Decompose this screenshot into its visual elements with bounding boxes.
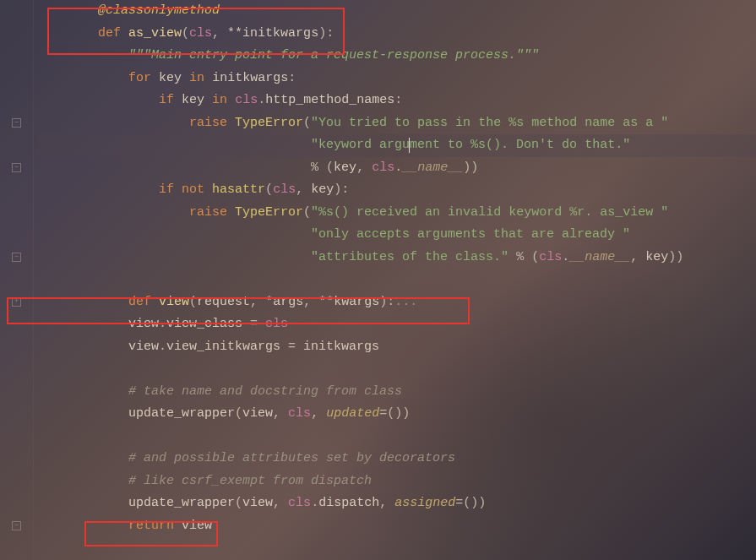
indent xyxy=(37,313,128,336)
empty-tuple: =() xyxy=(455,492,478,515)
code-line[interactable]: % (key, cls.__name__)) xyxy=(37,157,756,180)
indent xyxy=(37,179,159,202)
gutter-row xyxy=(0,358,33,381)
indent xyxy=(37,381,128,404)
code-line[interactable] xyxy=(37,426,756,449)
code-line[interactable]: def view(request, *args, **kwargs):... xyxy=(37,291,756,314)
gutter-row[interactable] xyxy=(0,291,33,314)
code-line[interactable]: if key in cls.http_method_names: xyxy=(37,90,756,112)
folded-ellipsis[interactable]: ... xyxy=(394,291,417,314)
fold-minus-icon[interactable] xyxy=(12,163,21,172)
code-line[interactable]: update_wrapper(view, cls, updated=()) xyxy=(37,403,756,426)
attr-http-method-names: http_method_names xyxy=(265,90,394,112)
fold-minus-icon[interactable] xyxy=(12,521,21,530)
gutter-row xyxy=(0,90,33,112)
ident-cls: cls xyxy=(372,157,394,180)
gutter-row xyxy=(0,269,33,291)
code-line[interactable]: # and possible attributes set by decorat… xyxy=(37,448,756,470)
code-line[interactable]: return view xyxy=(37,515,756,538)
param-initkwargs: **initkwargs xyxy=(227,23,318,46)
code-line[interactable]: if not hasattr(cls, key): xyxy=(37,179,756,202)
param-cls: cls xyxy=(189,23,212,46)
code-line-active[interactable]: "keyword argument to %s(). Don't do that… xyxy=(37,134,756,157)
gutter-row xyxy=(0,179,33,202)
gutter xyxy=(0,0,34,560)
code-line[interactable]: raise TypeError("%s() received an invali… xyxy=(37,202,756,225)
keyword-return: return xyxy=(128,515,174,538)
indent xyxy=(37,112,189,135)
keyword-in: in xyxy=(189,68,204,90)
gutter-row xyxy=(0,381,33,404)
code-line[interactable]: view.view_class = cls xyxy=(37,313,756,336)
code-line[interactable]: @classonlymethod xyxy=(37,0,756,23)
code-line[interactable]: "attributes of the class." % (cls.__name… xyxy=(37,247,756,269)
ident-cls: cls xyxy=(265,313,288,336)
param-args: *args xyxy=(265,291,303,314)
ident-view: view xyxy=(128,336,159,359)
gutter-row xyxy=(0,470,33,493)
ident-initkwargs: initkwargs xyxy=(212,68,288,90)
gutter-row xyxy=(0,313,33,336)
code-line[interactable]: # like csrf_exempt from dispatch xyxy=(37,470,756,493)
fold-minus-icon[interactable] xyxy=(12,253,21,262)
keyword-if: if xyxy=(159,90,174,112)
ident-cls: cls xyxy=(288,403,311,426)
gutter-row xyxy=(0,23,33,46)
ident-cls: cls xyxy=(235,90,258,112)
indent xyxy=(37,157,311,180)
gutter-row[interactable] xyxy=(0,247,33,269)
code-line[interactable]: view.view_initkwargs = initkwargs xyxy=(37,336,756,359)
fold-plus-icon[interactable] xyxy=(12,297,21,307)
string-literal: "You tried to pass in the %s method name… xyxy=(311,112,668,135)
keyword-for: for xyxy=(128,68,151,90)
gutter-row xyxy=(0,0,33,23)
code-line[interactable]: for key in initkwargs: xyxy=(37,68,756,90)
gutter-row xyxy=(0,492,33,515)
gutter-row[interactable] xyxy=(0,112,33,135)
kwarg-updated: updated xyxy=(326,403,379,426)
code-area[interactable]: @classonlymethod def as_view(cls, **init… xyxy=(34,0,756,560)
keyword-in: in xyxy=(212,90,227,112)
code-line[interactable]: update_wrapper(view, cls.dispatch, assig… xyxy=(37,492,756,515)
code-line[interactable]: """Main entry point for a request-respon… xyxy=(37,45,756,68)
gutter-row xyxy=(0,224,33,247)
dunder-name: __name__ xyxy=(402,157,463,180)
code-line[interactable]: # take name and docstring from class xyxy=(37,381,756,404)
operator-percent: % xyxy=(311,157,318,180)
param-request: request xyxy=(197,291,250,314)
code-line[interactable]: raise TypeError("You tried to pass in th… xyxy=(37,112,756,135)
ident-cls: cls xyxy=(288,492,311,515)
indent xyxy=(37,68,128,90)
code-editor: @classonlymethod def as_view(cls, **init… xyxy=(0,0,756,560)
code-line[interactable]: "only accepts arguments that are already… xyxy=(37,224,756,247)
indent xyxy=(37,515,128,538)
dunder-name: __name__ xyxy=(569,247,630,269)
string-literal: ment to %s(). Don't do that." xyxy=(410,134,630,157)
comment: # like csrf_exempt from dispatch xyxy=(128,470,372,493)
kwarg-assigned: assigned xyxy=(394,492,455,515)
gutter-row xyxy=(0,134,33,157)
gutter-row[interactable] xyxy=(0,157,33,180)
comment: # take name and docstring from class xyxy=(128,381,402,404)
code-line[interactable] xyxy=(37,358,756,381)
indent xyxy=(37,291,128,314)
builtin-hasattr: hasattr xyxy=(212,179,265,202)
indent xyxy=(37,90,159,112)
func-name: as_view xyxy=(128,23,182,46)
gutter-row[interactable] xyxy=(0,515,33,538)
gutter-row xyxy=(0,68,33,90)
code-line[interactable] xyxy=(37,269,756,291)
builtin-typeerror: TypeError xyxy=(235,112,303,135)
indent xyxy=(37,23,98,46)
param-kwargs: **kwargs xyxy=(318,291,379,314)
ident-key: key xyxy=(182,90,204,112)
ident-view: view xyxy=(128,313,159,336)
gutter-row xyxy=(0,45,33,68)
call-update-wrapper: update_wrapper xyxy=(128,403,235,426)
indent xyxy=(37,202,189,225)
code-line[interactable]: def as_view(cls, **initkwargs): xyxy=(37,23,756,46)
indent xyxy=(37,336,128,359)
fold-minus-icon[interactable] xyxy=(12,118,21,128)
ident-view: view xyxy=(242,403,273,426)
indent xyxy=(37,0,98,23)
